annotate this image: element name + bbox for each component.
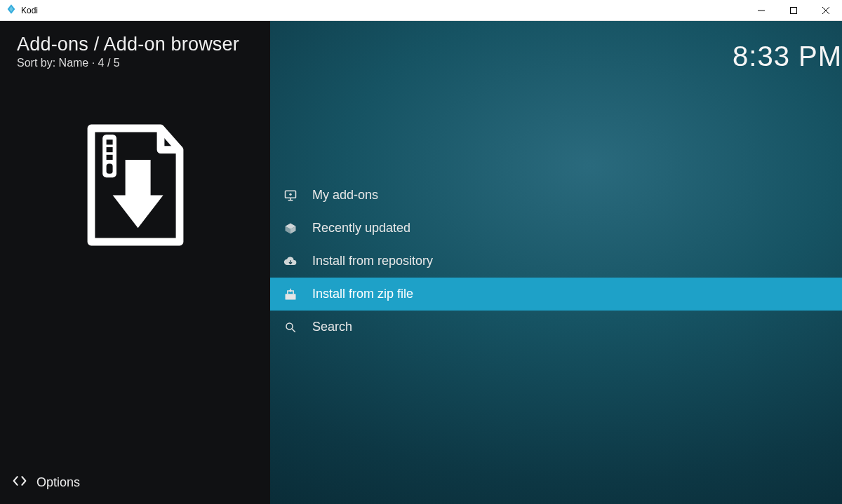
menu-item-recently-updated[interactable]: Recently updated: [270, 212, 842, 245]
svg-point-10: [286, 323, 293, 329]
titlebar-left: Kodi: [0, 4, 38, 18]
options-label: Options: [36, 475, 80, 490]
options-button[interactable]: Options: [13, 474, 80, 491]
svg-rect-2: [106, 139, 112, 144]
kodi-logo-icon: [6, 4, 17, 18]
svg-rect-0: [791, 7, 797, 13]
window-titlebar: Kodi: [0, 0, 842, 21]
svg-point-8: [289, 193, 291, 195]
window-title: Kodi: [21, 6, 38, 15]
clock: 8:33 PM: [733, 41, 842, 72]
menu-item-search[interactable]: Search: [270, 311, 842, 343]
menu-item-label: My add-ons: [312, 188, 378, 203]
zip-download-large-icon: [0, 122, 270, 248]
breadcrumb: Add-ons / Add-on browser: [0, 21, 270, 57]
svg-rect-9: [286, 294, 296, 299]
menu-item-install-from-zip[interactable]: Install from zip file: [270, 278, 842, 311]
menu-item-my-addons[interactable]: My add-ons: [270, 179, 842, 212]
menu-list: My add-ons Recently updated Install from…: [270, 21, 842, 504]
cloud-download-icon: [283, 254, 298, 269]
left-panel: Add-ons / Add-on browser Sort by: Name ·…: [0, 21, 270, 504]
svg-rect-5: [106, 163, 112, 173]
sort-info: Sort by: Name · 4 / 5: [0, 57, 270, 69]
svg-rect-4: [106, 155, 112, 160]
window-close-button[interactable]: [810, 0, 842, 21]
window-minimize-button[interactable]: [745, 0, 777, 21]
search-icon: [283, 320, 298, 335]
menu-item-label: Search: [312, 320, 352, 334]
svg-rect-6: [125, 160, 150, 198]
monitor-addons-icon: [283, 188, 298, 203]
menu-item-label: Recently updated: [312, 221, 410, 236]
window-maximize-button[interactable]: [777, 0, 810, 21]
app-body: 8:33 PM Add-ons / Add-on browser Sort by…: [0, 21, 842, 504]
open-box-icon: [283, 221, 298, 236]
options-icon: [13, 474, 27, 491]
menu-item-label: Install from zip file: [312, 287, 413, 301]
zip-install-icon: [283, 287, 298, 302]
menu-item-label: Install from repository: [312, 254, 433, 268]
menu-item-install-from-repository[interactable]: Install from repository: [270, 245, 842, 278]
window-controls: [745, 0, 842, 21]
svg-rect-3: [106, 147, 112, 152]
